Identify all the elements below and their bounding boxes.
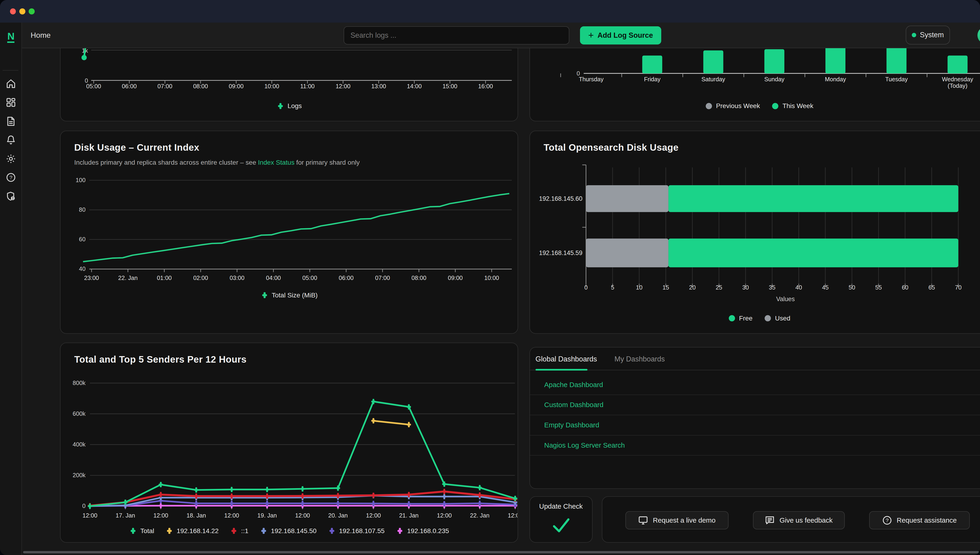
legend-item[interactable]: Previous Week (705, 102, 760, 110)
legend-item[interactable]: Total (129, 527, 154, 535)
reports-icon[interactable] (5, 116, 16, 127)
svg-text:25: 25 (716, 284, 722, 291)
panel-subtitle: Includes primary and replica shards acro… (74, 159, 360, 166)
svg-text:14:00: 14:00 (407, 83, 422, 89)
svg-text:35: 35 (769, 284, 775, 291)
legend-item[interactable]: This Week (771, 102, 813, 110)
svg-text:0: 0 (82, 503, 85, 509)
svg-text:23:00: 23:00 (84, 274, 99, 281)
svg-text:06:00: 06:00 (338, 274, 354, 281)
svg-text:22. Jan: 22. Jan (118, 274, 138, 281)
dashboard-tabs: Global Dashboards My Dashboards (535, 355, 665, 370)
topbar: Home +Add Log Source System (22, 22, 980, 48)
update-check-title: Update Check (530, 502, 592, 510)
svg-text:80: 80 (79, 206, 85, 213)
minimize-button[interactable] (19, 8, 26, 14)
home-icon[interactable] (5, 78, 16, 90)
svg-text:12:00: 12:00 (224, 512, 239, 519)
chart-legend: Total Size (MiB) (61, 291, 518, 299)
close-button[interactable] (10, 8, 16, 14)
svg-text:45: 45 (822, 284, 828, 291)
chart-legend: Previous WeekThis Week (530, 102, 980, 110)
svg-text:10:00: 10:00 (484, 274, 499, 281)
svg-text:02:00: 02:00 (193, 274, 208, 281)
svg-text:09:00: 09:00 (229, 83, 243, 89)
svg-text:Saturday: Saturday (701, 76, 725, 82)
index-status-link[interactable]: Index Status (258, 159, 295, 166)
alerts-icon[interactable] (5, 135, 16, 146)
svg-text:600k: 600k (73, 411, 86, 417)
svg-text:05:00: 05:00 (302, 274, 317, 281)
svg-text:Friday: Friday (644, 76, 660, 82)
request-live-demo-button[interactable]: Request a live demo (625, 511, 729, 529)
panel-update-check: Update Check (530, 496, 592, 543)
active-tab-underline (535, 369, 588, 371)
request-assistance-button[interactable]: ? Request assistance (869, 511, 970, 529)
sidebar-divider (3, 70, 18, 71)
svg-text:Values: Values (776, 295, 795, 303)
legend-item[interactable]: 192.168.145.50 (259, 527, 316, 535)
legend-item[interactable]: ::1 (230, 527, 248, 535)
svg-text:22. Jan: 22. Jan (470, 512, 489, 519)
settings-icon[interactable] (5, 153, 16, 164)
horizontal-scrollbar[interactable] (23, 551, 978, 553)
legend-item[interactable]: Used (764, 314, 790, 322)
dashboard-link[interactable]: Apache Dashboard (530, 375, 980, 395)
svg-text:200k: 200k (73, 472, 86, 478)
svg-text:?: ? (886, 517, 889, 523)
legend-item[interactable]: Total Size (MiB) (261, 291, 318, 299)
svg-text:19. Jan: 19. Jan (257, 512, 277, 519)
tab-my-dashboards[interactable]: My Dashboards (615, 355, 665, 370)
breadcrumb-home[interactable]: Home (31, 22, 51, 48)
panel-dashboards: Global Dashboards My Dashboards Apache D… (530, 347, 980, 489)
svg-text:192.168.145.60: 192.168.145.60 (539, 195, 583, 202)
svg-text:(Today): (Today) (948, 82, 967, 89)
search-input[interactable] (344, 26, 569, 45)
panel-help-actions: Request a live demo Give us feedback ? R… (602, 496, 980, 543)
svg-text:12:00: 12:00 (336, 83, 351, 89)
svg-text:08:00: 08:00 (193, 83, 208, 89)
svg-text:21. Jan: 21. Jan (399, 512, 419, 519)
give-feedback-button[interactable]: Give us feedback (753, 511, 845, 529)
svg-text:60: 60 (902, 284, 908, 291)
svg-text:07:00: 07:00 (157, 83, 172, 89)
zoom-button[interactable] (29, 8, 35, 14)
system-status-pill[interactable]: System (906, 26, 950, 45)
svg-text:11:00: 11:00 (300, 83, 315, 89)
dashboards-icon[interactable] (5, 97, 16, 108)
svg-text:Monday: Monday (825, 76, 846, 82)
svg-text:5: 5 (611, 284, 614, 291)
svg-text:Tuesday: Tuesday (885, 76, 908, 82)
macos-titlebar (0, 0, 980, 22)
user-avatar[interactable] (977, 27, 980, 43)
svg-text:40: 40 (79, 266, 85, 272)
svg-text:07:00: 07:00 (375, 274, 390, 281)
tab-global-dashboards[interactable]: Global Dashboards (535, 355, 597, 370)
add-log-source-button[interactable]: +Add Log Source (580, 26, 661, 45)
panel-logs-chart: 1k005:0006:0007:0008:0009:0010:0011:0012… (60, 48, 518, 121)
svg-text:08:00: 08:00 (412, 274, 426, 281)
dashboard-link[interactable]: Nagios Log Server Search (530, 436, 980, 456)
legend-item[interactable]: 192.168.0.235 (396, 527, 449, 535)
dashboard-content: 1k005:0006:0007:0008:0009:0010:0011:0012… (22, 48, 980, 555)
legend-item[interactable]: Free (728, 314, 753, 322)
app-window: N ? ! Home (0, 0, 980, 555)
svg-text:05:00: 05:00 (86, 83, 101, 89)
legend-item[interactable]: 192.168.14.22 (165, 527, 218, 535)
svg-text:18. Jan: 18. Jan (186, 512, 206, 519)
dashboard-link[interactable]: Custom Dashboard (530, 395, 980, 415)
plus-icon: + (588, 31, 594, 40)
chart-legend: Logs (61, 102, 518, 110)
dashboard-link[interactable]: Empty Dashboard (530, 415, 980, 436)
legend-item[interactable]: 192.168.107.55 (328, 527, 384, 535)
svg-text:50: 50 (849, 284, 855, 291)
svg-text:60: 60 (79, 236, 85, 242)
panel-disk-usage: 10080604023:0022. Jan01:0002:0003:0004:0… (60, 131, 518, 334)
dashboard-list: Apache Dashboard Custom Dashboard Empty … (530, 375, 980, 456)
svg-text:?: ? (10, 175, 13, 181)
nagios-logo[interactable]: N (0, 26, 22, 48)
security-icon[interactable]: ! (5, 191, 16, 202)
legend-item[interactable]: Logs (276, 102, 302, 110)
svg-text:10:00: 10:00 (264, 83, 279, 89)
help-icon[interactable]: ? (5, 172, 16, 183)
